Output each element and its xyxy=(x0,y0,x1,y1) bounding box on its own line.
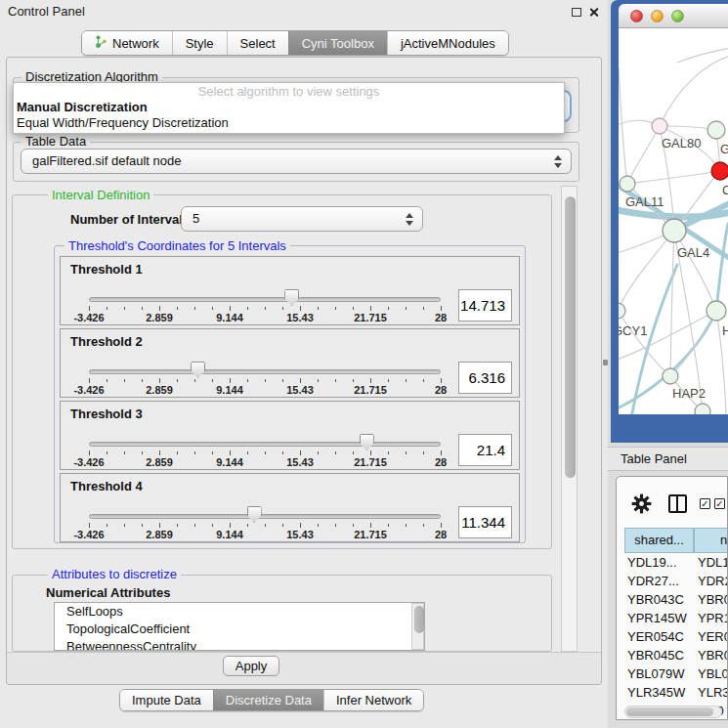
number-of-intervals-value: 5 xyxy=(193,207,199,231)
slider-track[interactable] xyxy=(89,514,441,519)
tab-infer-network[interactable]: Infer Network xyxy=(323,690,423,710)
network-node-gal80[interactable] xyxy=(652,118,667,134)
tick-mark xyxy=(300,523,301,528)
number-of-intervals-combo[interactable]: 5 xyxy=(181,206,423,232)
table-data-combo[interactable]: galFiltered.sif default node xyxy=(21,149,572,174)
settings-vscrollbar-thumb[interactable] xyxy=(565,196,576,478)
threshold-value-field[interactable] xyxy=(458,506,512,538)
attributes-vscrollbar-thumb[interactable] xyxy=(414,606,424,633)
network-node-gal11[interactable] xyxy=(620,176,635,192)
mac-zoom-button[interactable] xyxy=(671,10,684,22)
tab-network[interactable]: Network xyxy=(82,31,172,55)
tick-mark xyxy=(142,451,143,454)
network-node-g[interactable] xyxy=(707,121,725,139)
panel-divider-handle[interactable] xyxy=(603,360,608,365)
tick-mark xyxy=(423,307,424,310)
tick-mark xyxy=(406,524,407,527)
tick-mark xyxy=(247,524,248,527)
slider-knob[interactable] xyxy=(247,506,262,523)
table-row[interactable]: YBR045CYBR0 xyxy=(617,646,728,664)
scale-label: 15.43 xyxy=(286,312,314,323)
attributes-vscrollbar[interactable] xyxy=(411,603,424,650)
threshold-label: Threshold 1 xyxy=(70,262,143,277)
bottom-tab-bar: Impute DataDiscretize DataInfer Network xyxy=(119,689,424,711)
node-label-g: G xyxy=(720,142,728,156)
table-row[interactable]: YDR27...YDR2 xyxy=(617,572,728,590)
network-node[interactable] xyxy=(695,404,710,414)
threshold-label: Threshold 3 xyxy=(70,407,143,421)
table-row[interactable]: YDL19...YDL1 xyxy=(617,553,728,572)
table-row[interactable]: YER054CYER0 xyxy=(617,627,728,646)
tab-label: Select xyxy=(240,36,276,51)
table-hscrollbar[interactable] xyxy=(624,706,722,718)
mac-minimize-button[interactable] xyxy=(651,10,664,22)
attribute-item-betweennesscentrality[interactable]: BetweennessCentrality xyxy=(55,638,424,651)
threshold-value-field[interactable] xyxy=(458,362,512,394)
slider-track[interactable] xyxy=(89,442,441,447)
tick-mark xyxy=(265,379,266,382)
network-node-c[interactable] xyxy=(711,162,728,180)
top-tab-bar: NetworkStyleSelectCyni ToolboxjActiveMNo… xyxy=(81,30,509,56)
algorithm-hint-option[interactable]: Select algorithm to view settings xyxy=(14,83,564,100)
columns-icon[interactable] xyxy=(668,494,687,513)
network-node-h[interactable] xyxy=(707,301,726,321)
option-equal-width-frequency[interactable]: Equal Width/Frequency Discretization xyxy=(14,115,564,131)
column-header-shared-name[interactable]: shared... xyxy=(624,528,694,553)
tick-mark xyxy=(353,307,354,310)
threshold-value-field[interactable] xyxy=(458,434,512,466)
network-view-window: GAL80GCGAL11GAL4GCY1HHAP2 xyxy=(611,0,728,443)
tick-mark xyxy=(230,523,231,528)
scale-label: -3.426 xyxy=(73,384,104,396)
gear-icon[interactable] xyxy=(631,493,652,514)
tab-select[interactable]: Select xyxy=(227,31,288,55)
table-row[interactable]: YBL079WYBL0 xyxy=(617,664,728,683)
checkbox-icon[interactable]: ✓ xyxy=(714,498,725,509)
table-row[interactable]: YLR345WYLR3 xyxy=(617,683,728,702)
table-row[interactable]: YBR043CYBR0 xyxy=(617,590,728,609)
network-node-gal4[interactable] xyxy=(663,219,686,242)
threshold-value-field[interactable] xyxy=(458,289,512,321)
scale-label: 15.43 xyxy=(286,529,314,540)
tick-mark xyxy=(142,307,143,310)
network-node-gcy1[interactable] xyxy=(619,303,625,319)
mac-close-button[interactable] xyxy=(630,10,643,22)
float-window-icon[interactable] xyxy=(572,8,581,17)
tab-discretize-data[interactable]: Discretize Data xyxy=(213,690,323,710)
table-row[interactable]: YPR145WYPR1 xyxy=(617,609,728,627)
table-hscrollbar-thumb[interactable] xyxy=(626,707,713,716)
threshold-panel-2: Threshold 2-3.4262.8599.14415.4321.71528 xyxy=(60,328,520,398)
column-header-name[interactable]: n xyxy=(694,528,728,553)
slider-knob[interactable] xyxy=(191,362,205,378)
tick-mark xyxy=(318,307,319,310)
tab-cyni-toolbox[interactable]: Cyni Toolbox xyxy=(288,31,387,55)
network-canvas[interactable]: GAL80GCGAL11GAL4GCY1HHAP2 xyxy=(619,28,728,414)
scale-label: 21.715 xyxy=(354,384,387,396)
close-icon[interactable] xyxy=(588,7,599,18)
threshold-panel-4: Threshold 4-3.4262.8599.14415.4321.71528 xyxy=(60,473,520,542)
network-node-hap2[interactable] xyxy=(663,368,678,384)
cell-name: YBR0 xyxy=(698,646,728,664)
cell-shared-name: YBR043C xyxy=(627,590,684,609)
tab-impute-data[interactable]: Impute Data xyxy=(120,690,213,710)
slider-track[interactable] xyxy=(89,369,441,374)
node-label-h: H xyxy=(722,323,728,338)
table-panel-titlebar: Table Panel xyxy=(608,447,728,471)
network-window-titlebar[interactable] xyxy=(619,4,728,28)
slider-knob[interactable] xyxy=(360,434,374,450)
cell-name: YER0 xyxy=(698,627,728,646)
tick-mark xyxy=(124,451,125,454)
slider-knob[interactable] xyxy=(284,289,299,306)
checkbox-icon[interactable]: ✓ xyxy=(700,498,710,509)
settings-vscrollbar[interactable] xyxy=(561,186,578,652)
apply-button[interactable]: Apply xyxy=(223,656,279,676)
slider-track[interactable] xyxy=(89,297,441,302)
scale-label: 9.144 xyxy=(216,529,243,540)
option-manual-discretization[interactable]: Manual Discretization xyxy=(14,100,564,115)
tick-mark xyxy=(142,524,143,527)
attribute-item-topologicalcoefficient[interactable]: TopologicalCoefficient xyxy=(55,621,424,638)
tick-mark xyxy=(159,523,160,528)
attribute-item-selfloops[interactable]: SelfLoops xyxy=(55,603,424,621)
tick-mark xyxy=(194,451,195,454)
tab-style[interactable]: Style xyxy=(172,31,227,55)
tab-jactivemnodules[interactable]: jActiveMNodules xyxy=(387,31,508,55)
